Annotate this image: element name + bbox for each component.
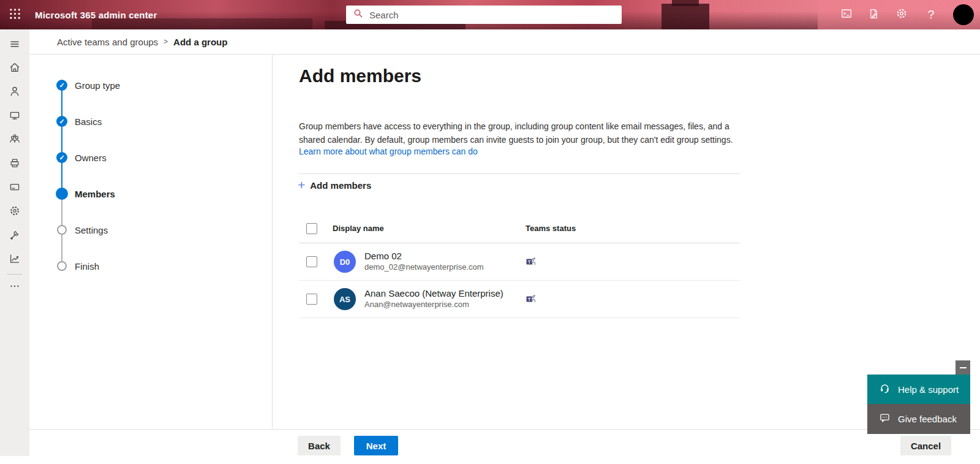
waffle-icon <box>9 7 21 23</box>
help-support-label: Help & support <box>898 384 959 395</box>
sidebar-item-teams-groups[interactable] <box>0 131 29 150</box>
breadcrumb: Active teams and groups > Add a group <box>29 29 980 55</box>
billing-card-icon <box>9 181 21 196</box>
add-members-label: Add members <box>310 180 371 191</box>
printer-icon <box>9 157 21 172</box>
step-label-basics[interactable]: Basics <box>75 116 102 127</box>
terminal-icon <box>840 7 853 22</box>
search-input[interactable] <box>369 10 602 20</box>
table-row[interactable]: D0 Demo 02 demo_02@netwayenterprise.com <box>299 243 740 281</box>
give-feedback-label: Give feedback <box>898 414 957 424</box>
sidebar-item-resources[interactable] <box>0 154 29 174</box>
sidebar-item-billing[interactable] <box>0 178 29 198</box>
step-indicator-settings[interactable] <box>57 225 67 235</box>
topbar-settings-button[interactable] <box>889 0 914 29</box>
account-avatar[interactable] <box>953 4 974 25</box>
back-button[interactable]: Back <box>298 436 341 455</box>
step-indicator-members[interactable] <box>56 188 68 200</box>
feedback-document-icon <box>868 8 880 22</box>
check-icon: ✓ <box>59 82 64 89</box>
search-icon <box>346 9 363 21</box>
devices-icon <box>9 109 21 124</box>
step-indicator-finish[interactable] <box>57 261 67 271</box>
step-indicator-owners[interactable]: ✓ <box>56 152 67 163</box>
give-feedback-button[interactable]: Give feedback <box>867 404 970 434</box>
minimize-help-widget-button[interactable] <box>956 360 970 375</box>
feedback-bubble-icon <box>867 413 890 425</box>
sidebar-item-devices[interactable] <box>0 107 29 126</box>
feedback-document-button[interactable] <box>861 0 886 29</box>
step-indicator-group-type[interactable]: ✓ <box>56 80 67 91</box>
help-icon: ? <box>928 8 935 21</box>
breadcrumb-parent-link[interactable]: Active teams and groups <box>57 37 158 47</box>
nav-collapse-button[interactable] <box>0 36 29 55</box>
add-members-button[interactable]: + Add members <box>298 178 371 192</box>
column-header-teams-status[interactable]: Teams status <box>526 224 576 233</box>
sidebar-item-settings[interactable] <box>0 202 29 222</box>
ellipsis-icon <box>9 280 21 295</box>
select-all-checkbox[interactable] <box>306 223 317 234</box>
people-group-icon <box>9 133 21 148</box>
step-indicator-basics[interactable]: ✓ <box>56 116 67 127</box>
headset-icon <box>867 383 890 396</box>
member-email: demo_02@netwayenterprise.com <box>364 262 484 272</box>
member-email: Anan@netwayenterprise.com <box>364 300 469 309</box>
page-title: Add members <box>299 66 421 86</box>
terminal-button[interactable] <box>834 0 859 29</box>
row-checkbox[interactable] <box>306 294 317 305</box>
description-line: shared calendar. By default, group membe… <box>299 133 733 146</box>
topbar-help-button[interactable]: ? <box>919 0 943 29</box>
sidebar-item-setup[interactable] <box>0 226 29 246</box>
check-icon: ✓ <box>59 154 64 162</box>
user-icon <box>9 85 21 100</box>
nav-divider <box>7 274 22 275</box>
sidebar-item-home[interactable] <box>0 59 29 78</box>
left-nav-rail <box>0 29 29 456</box>
plus-icon: + <box>298 179 305 191</box>
main-content: Add members Group members have access to… <box>273 55 980 429</box>
learn-more-link[interactable]: Learn more about what group members can … <box>299 146 478 156</box>
member-display-name: Demo 02 <box>364 251 402 261</box>
column-header-display-name[interactable]: Display name <box>333 224 384 233</box>
next-button[interactable]: Next <box>354 436 398 455</box>
step-label-members[interactable]: Members <box>75 189 115 199</box>
members-table-header: Display name Teams status <box>299 215 740 243</box>
avatar: D0 <box>334 251 356 273</box>
description-line: Group members have access to everything … <box>299 120 729 133</box>
minus-icon <box>960 367 967 368</box>
table-row[interactable]: AS Anan Saecoo (Netway Enterprise) Anan@… <box>299 281 740 318</box>
breadcrumb-current: Add a group <box>173 37 227 47</box>
help-support-button[interactable]: Help & support <box>867 375 970 404</box>
global-search[interactable] <box>346 6 622 24</box>
teams-status-icon <box>526 257 535 268</box>
cancel-button[interactable]: Cancel <box>900 436 951 455</box>
menu-icon <box>9 38 21 53</box>
topbar-photo-silhouette <box>662 4 709 29</box>
avatar: AS <box>334 288 356 310</box>
step-label-settings[interactable]: Settings <box>75 225 108 235</box>
app-title[interactable]: Microsoft 365 admin center <box>35 0 157 29</box>
step-label-owners[interactable]: Owners <box>75 153 107 163</box>
member-display-name: Anan Saecoo (Netway Enterprise) <box>364 288 503 299</box>
topbar-photo-silhouette <box>672 0 699 6</box>
sidebar-item-show-all[interactable] <box>0 278 29 297</box>
step-label-group-type[interactable]: Group type <box>75 80 120 91</box>
wizard-steps-panel: ✓ Group type ✓ Basics ✓ Owners Members S… <box>29 55 273 429</box>
step-connector-complete <box>61 85 62 194</box>
app-launcher-button[interactable] <box>0 0 29 29</box>
line-chart-icon <box>9 253 21 267</box>
divider <box>299 173 740 174</box>
sidebar-item-reports[interactable] <box>0 250 29 270</box>
sidebar-item-users[interactable] <box>0 83 29 102</box>
wizard-footer: Back Next Cancel <box>29 429 980 456</box>
home-icon <box>9 61 21 76</box>
wrench-icon <box>9 229 21 243</box>
top-app-bar: Microsoft 365 admin center <box>0 0 980 29</box>
teams-status-icon <box>526 294 535 306</box>
gear-icon <box>9 205 21 219</box>
breadcrumb-separator: > <box>164 37 168 46</box>
step-label-finish[interactable]: Finish <box>75 261 99 272</box>
row-checkbox[interactable] <box>306 256 317 267</box>
settings-gear-icon <box>895 7 908 22</box>
check-icon: ✓ <box>59 118 64 126</box>
